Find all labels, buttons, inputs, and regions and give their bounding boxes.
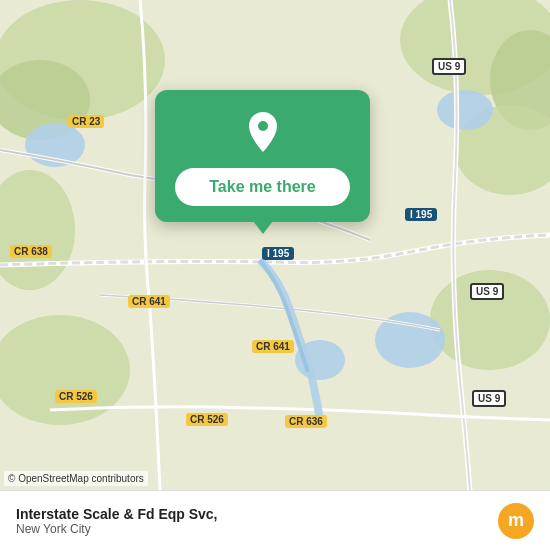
bottom-bar: Interstate Scale & Fd Eqp Svc, New York …: [0, 490, 550, 550]
location-pin-icon: [239, 108, 287, 156]
take-me-there-button[interactable]: Take me there: [175, 168, 350, 206]
location-info: Interstate Scale & Fd Eqp Svc, New York …: [16, 506, 218, 536]
road-label-cr636: CR 636: [285, 415, 327, 428]
road-label-cr526-left: CR 526: [55, 390, 97, 403]
highway-i195-center: I 195: [262, 247, 294, 260]
popup-card: Take me there: [155, 90, 370, 222]
road-label-cr23: CR 23: [68, 115, 104, 128]
moovit-logo-icon: m: [498, 503, 534, 539]
location-name: Interstate Scale & Fd Eqp Svc,: [16, 506, 218, 522]
map-copyright: © OpenStreetMap contributors: [4, 471, 148, 486]
moovit-logo[interactable]: m: [498, 503, 534, 539]
svg-point-13: [258, 121, 268, 131]
highway-i195-right: I 195: [405, 208, 437, 221]
highway-us9-top: US 9: [432, 58, 466, 75]
location-city: New York City: [16, 522, 218, 536]
highway-us9-bottom: US 9: [472, 390, 506, 407]
road-label-cr638: CR 638: [10, 245, 52, 258]
svg-point-11: [437, 90, 493, 130]
highway-us9-mid: US 9: [470, 283, 504, 300]
road-label-cr526-right: CR 526: [186, 413, 228, 426]
map-view: CR 23 CR 638 CR 641 CR 641 CR 526 CR 526…: [0, 0, 550, 490]
road-label-cr641-right: CR 641: [252, 340, 294, 353]
road-label-cr641-left: CR 641: [128, 295, 170, 308]
